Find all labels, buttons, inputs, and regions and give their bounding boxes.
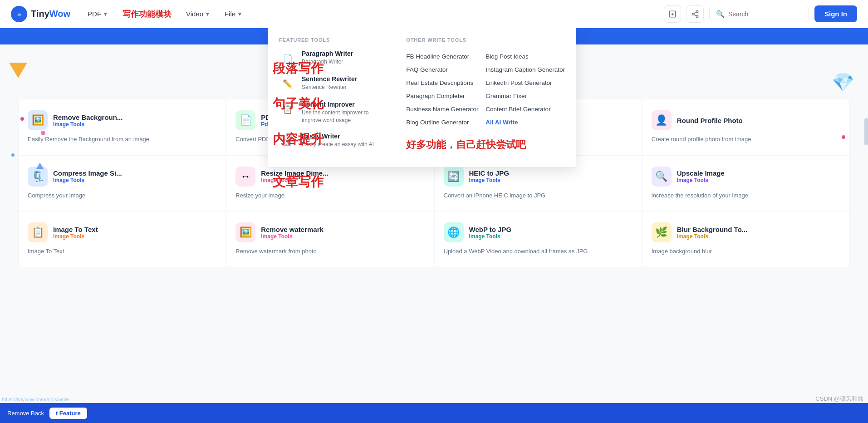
tool-category-remove-bg: Image Tools: [53, 121, 123, 128]
other-write-tools-column: OTHER WRITE TOOLS FB Headline Generator …: [395, 28, 576, 167]
nav-item-write[interactable]: 写作功能模块: [116, 5, 178, 23]
chevron-down-icon: ▼: [103, 11, 108, 17]
nav-items: PDF ▼ 写作功能模块 Video ▼ File ▼: [81, 5, 664, 23]
scrollbar-indicator[interactable]: [864, 118, 868, 145]
svg-point-2: [692, 13, 694, 15]
blue-dot-decoration: [11, 153, 15, 157]
tool-card-image-to-text[interactable]: 📋 Image To Text Image Tools Image To Tex…: [18, 211, 226, 267]
tool-icon-round-profile: 👤: [652, 110, 672, 130]
tool-desc-webp: Upload a WebP Video and download all fra…: [444, 247, 633, 256]
content-improver-icon: 📋: [279, 101, 296, 118]
share-icon-button[interactable]: [687, 5, 704, 23]
nav-file-label: File: [225, 10, 235, 18]
tool-name-remove-bg: Remove Backgroun...: [53, 113, 123, 121]
logo[interactable]: ≡ TinyWow: [11, 6, 70, 22]
tool-icon-resize: ↔️: [235, 167, 255, 187]
other-item-business-name[interactable]: Business Name Generator: [406, 103, 485, 116]
tool-name-upscale: Upscale Image: [677, 169, 725, 177]
featured-content-improver[interactable]: 📋 Content Improver Use the content impro…: [279, 101, 384, 124]
nav-item-video[interactable]: Video ▼: [180, 6, 216, 21]
paragraph-writer-icon: 📄: [279, 50, 296, 67]
tool-icon-heic: 🔄: [444, 167, 464, 187]
other-items-grid: FB Headline Generator FAQ Generator Real…: [406, 50, 565, 129]
tool-category-remove-watermark: Image Tools: [261, 233, 324, 240]
other-item-faq[interactable]: FAQ Generator: [406, 63, 485, 76]
tool-icon-pdf: 📄: [235, 110, 255, 130]
gem-decoration: 💎: [832, 72, 854, 93]
sign-in-button[interactable]: Sign In: [814, 5, 857, 22]
tool-card-compress[interactable]: 🗜️ Compress Image Si... Image Tools Comp…: [18, 155, 226, 212]
svg-point-3: [696, 15, 698, 18]
sentence-rewriter-name: Sentence Rewriter: [302, 75, 357, 83]
logo-text: TinyWow: [31, 9, 70, 19]
nav-item-file[interactable]: File ▼: [218, 6, 249, 21]
tool-desc-image-to-text: Image To Text: [28, 247, 216, 256]
tool-desc-remove-bg: Easily Remove the Background from an ima…: [28, 135, 216, 144]
logo-dark: Tiny: [31, 9, 49, 19]
tool-icon-compress: 🗜️: [28, 167, 48, 187]
other-item-instagram[interactable]: Instagram Caption Generator: [485, 63, 565, 76]
tool-category-upscale: Image Tools: [677, 177, 725, 183]
tool-name-compress: Compress Image Si...: [53, 169, 122, 177]
tool-desc-round-profile: Create round profile photo from image: [652, 135, 840, 144]
tool-name-image-to-text: Image To Text: [53, 226, 98, 233]
pink-dot-decoration: [20, 117, 24, 121]
tool-category-resize: Image Tools: [261, 177, 328, 183]
paragraph-writer-name: Paragraph Writer: [302, 50, 353, 57]
sentence-rewriter-icon: ✏️: [279, 75, 296, 93]
hot-dot-decoration: [41, 131, 45, 135]
tool-name-resize: Resize Image Dime...: [261, 169, 328, 177]
other-item-all-ai-write[interactable]: All AI Write: [485, 116, 565, 129]
tool-name-heic: HEIC to JPG: [469, 169, 509, 177]
tool-card-blur-bg[interactable]: 🌿 Blur Background To... Image Tools Imag…: [642, 211, 850, 267]
other-item-content-brief[interactable]: Content Brief Generator: [485, 103, 565, 116]
tool-card-webp[interactable]: 🌐 WebP to JPG Image Tools Upload a WebP …: [434, 211, 642, 267]
paragraph-writer-desc: Paragraph Writer: [302, 58, 353, 66]
tool-desc-remove-watermark: Remove watermark from photo: [235, 247, 424, 256]
other-item-blog-post[interactable]: Blog Post Ideas: [485, 50, 565, 63]
logo-blue: Wow: [49, 9, 70, 19]
navbar: ≡ TinyWow PDF ▼ 写作功能模块 Video ▼ File ▼ 🔍: [0, 0, 868, 28]
tool-card-upscale[interactable]: 🔍 Upscale Image Image Tools increase the…: [642, 155, 850, 212]
tool-desc-compress: Compress your image: [28, 191, 216, 200]
other-item-linkedin[interactable]: LinkedIn Post Generator: [485, 76, 565, 89]
nav-pdf-label: PDF: [88, 10, 101, 18]
other-item-fb-headline[interactable]: FB Headline Generator: [406, 50, 485, 63]
nav-item-pdf[interactable]: PDF ▼: [81, 6, 114, 21]
tool-card-remove-background[interactable]: 🖼️ Remove Backgroun... Image Tools Easil…: [18, 99, 226, 155]
write-dropdown-menu: FEATURED TOOLS 段落写作 📄 Paragraph Writer P…: [268, 28, 576, 167]
featured-essay-writer[interactable]: 📝 Essay Writer Easily create an essay wi…: [279, 133, 384, 150]
other-item-blog-outline[interactable]: Blog Outline Generator: [406, 116, 485, 129]
other-section-title: OTHER WRITE TOOLS: [406, 37, 565, 43]
other-item-real-estate[interactable]: Real Estate Descriptions: [406, 76, 485, 89]
tool-name-remove-watermark: Remove watermark: [261, 226, 324, 233]
upload-icon-button[interactable]: [664, 5, 681, 23]
essay-ai-text: with AI: [358, 141, 373, 148]
search-input[interactable]: [728, 10, 802, 18]
tool-desc-blur-bg: Image background blur: [652, 247, 840, 256]
tool-desc-resize: Resize your image: [235, 191, 424, 200]
other-item-grammar[interactable]: Grammar Fixer: [485, 89, 565, 103]
search-icon: 🔍: [716, 10, 725, 18]
nav-right: 🔍 Sign In: [664, 5, 857, 23]
featured-paragraph-writer[interactable]: 📄 Paragraph Writer Paragraph Writer: [279, 50, 384, 67]
tool-icon-webp: 🌐: [444, 222, 464, 242]
tool-category-heic: Image Tools: [469, 177, 509, 183]
tool-name-blur-bg: Blur Background To...: [677, 226, 748, 233]
tool-desc-heic: Convert an iPhone HEIC image to JPG: [444, 191, 633, 200]
featured-tools-column: FEATURED TOOLS 段落写作 📄 Paragraph Writer P…: [268, 28, 395, 167]
right-dot-decoration: [842, 135, 845, 139]
nav-video-label: Video: [186, 10, 203, 18]
tool-icon-blur-bg: 🌿: [652, 222, 672, 242]
chevron-down-icon: ▼: [237, 11, 242, 17]
featured-sentence-rewriter[interactable]: ✏️ Sentence Rewriter Sentence Rewriter: [279, 75, 384, 93]
tool-category-compress: Image Tools: [53, 177, 122, 183]
tool-card-round-profile[interactable]: 👤 Round Profile Photo Create round profi…: [642, 99, 850, 155]
essay-writer-desc: Easily create an essay with AI: [302, 141, 374, 148]
search-bar[interactable]: 🔍: [709, 7, 809, 21]
tool-desc-upscale: increase the resolution of your image: [652, 191, 840, 200]
blue-triangle-decoration: [36, 162, 44, 169]
other-item-paragraph-completer[interactable]: Paragraph Completer: [406, 89, 485, 103]
sentence-rewriter-desc: Sentence Rewriter: [302, 84, 357, 91]
tool-card-remove-watermark[interactable]: 🖼️ Remove watermark Image Tools Remove w…: [226, 211, 434, 267]
